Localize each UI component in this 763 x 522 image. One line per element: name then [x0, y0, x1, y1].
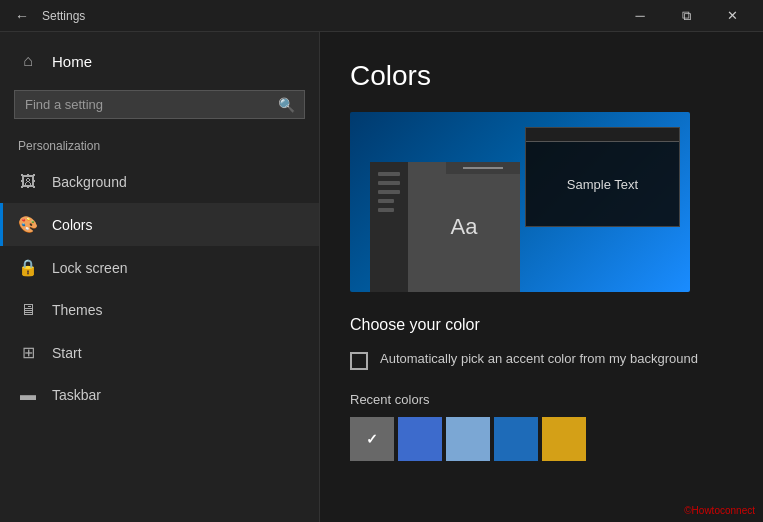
start-icon: ⊞: [18, 343, 38, 362]
home-label: Home: [52, 53, 92, 70]
sidebar-item-themes[interactable]: 🖥 Themes: [0, 289, 319, 331]
sidebar-line-2: [378, 181, 400, 185]
choose-color-title: Choose your color: [350, 316, 733, 334]
preview-sidebar: [370, 162, 408, 292]
sidebar-line-3: [378, 190, 400, 194]
content-area: Colors Aa: [320, 32, 763, 522]
preview-window: Aa: [370, 162, 520, 292]
preview-dark-window: Sample Text: [525, 127, 680, 227]
sidebar-line-1: [378, 172, 400, 176]
sidebar: ⌂ Home 🔍 Personalization 🖼 Background 🎨 …: [0, 32, 320, 522]
background-icon: 🖼: [18, 173, 38, 191]
search-box: 🔍: [14, 90, 305, 119]
swatch-0[interactable]: ✓: [350, 417, 394, 461]
window-controls: ─ ⧉ ✕: [617, 0, 755, 32]
recent-colors-label: Recent colors: [350, 392, 733, 407]
colors-label: Colors: [52, 217, 92, 233]
accent-checkbox-row: Automatically pick an accent color from …: [350, 350, 733, 370]
color-swatches: ✓: [350, 417, 733, 461]
minimize-button[interactable]: ─: [617, 0, 663, 32]
topline-bar: [463, 167, 503, 169]
swatch-1[interactable]: [398, 417, 442, 461]
colors-icon: 🎨: [18, 215, 38, 234]
sidebar-item-start[interactable]: ⊞ Start: [0, 331, 319, 374]
search-input[interactable]: [14, 90, 305, 119]
swatch-4[interactable]: [542, 417, 586, 461]
dark-window-body: Sample Text: [526, 142, 679, 226]
sidebar-item-lock-screen[interactable]: 🔒 Lock screen: [0, 246, 319, 289]
back-button[interactable]: ←: [8, 2, 36, 30]
app-body: ⌂ Home 🔍 Personalization 🖼 Background 🎨 …: [0, 32, 763, 522]
search-icon: 🔍: [278, 97, 295, 113]
section-label: Personalization: [0, 133, 319, 161]
themes-icon: 🖥: [18, 301, 38, 319]
close-button[interactable]: ✕: [709, 0, 755, 32]
sidebar-item-background[interactable]: 🖼 Background: [0, 161, 319, 203]
sidebar-item-taskbar[interactable]: ▬ Taskbar: [0, 374, 319, 416]
lock-icon: 🔒: [18, 258, 38, 277]
home-icon: ⌂: [18, 52, 38, 70]
title-bar: ← Settings ─ ⧉ ✕: [0, 0, 763, 32]
preview-main: Aa: [408, 162, 520, 292]
sidebar-home[interactable]: ⌂ Home: [0, 42, 319, 80]
sidebar-line-4: [378, 199, 394, 203]
accent-checkbox[interactable]: [350, 352, 368, 370]
preview-container: Aa Sample Text: [350, 112, 690, 292]
sidebar-line-5: [378, 208, 394, 212]
checkmark-0: ✓: [366, 431, 378, 447]
taskbar-icon: ▬: [18, 386, 38, 404]
sample-text: Sample Text: [567, 177, 638, 192]
swatch-2[interactable]: [446, 417, 490, 461]
themes-label: Themes: [52, 302, 103, 318]
restore-button[interactable]: ⧉: [663, 0, 709, 32]
accent-checkbox-label: Automatically pick an accent color from …: [380, 350, 698, 368]
sidebar-item-colors[interactable]: 🎨 Colors: [0, 203, 319, 246]
preview-topline: [446, 162, 520, 174]
copyright-text: ©Howtoconnect: [684, 505, 755, 516]
page-title: Colors: [350, 60, 733, 92]
preview-aa-text: Aa: [451, 214, 478, 240]
start-label: Start: [52, 345, 82, 361]
swatch-3[interactable]: [494, 417, 538, 461]
taskbar-label: Taskbar: [52, 387, 101, 403]
window-title: Settings: [36, 9, 617, 23]
background-label: Background: [52, 174, 127, 190]
lock-screen-label: Lock screen: [52, 260, 127, 276]
dark-window-header: [526, 128, 679, 142]
